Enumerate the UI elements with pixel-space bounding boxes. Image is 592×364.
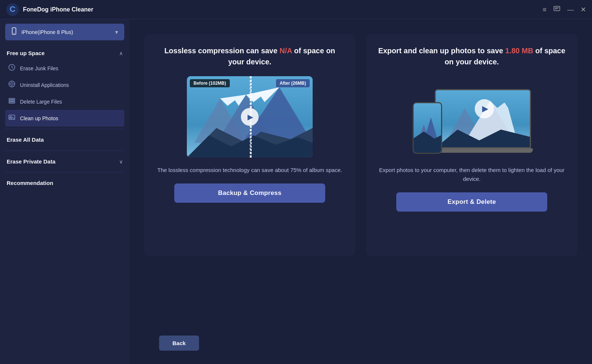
- sidebar-item-delete-large[interactable]: Delete Large Files: [5, 93, 124, 110]
- sidebar-item-label: Erase Junk Files: [20, 65, 58, 71]
- svg-rect-10: [9, 102, 15, 103]
- device-selector[interactable]: iPhone(iPhone 8 Plus) ▼: [5, 24, 124, 40]
- chat-icon[interactable]: [553, 5, 561, 14]
- cards-container: Lossless compression can save N/A of spa…: [144, 19, 577, 328]
- backup-compress-button[interactable]: Backup & Compress: [174, 183, 325, 203]
- phone-screen: [414, 103, 441, 153]
- device-chevron-icon: ▼: [114, 29, 119, 35]
- before-label: Before (102MB): [190, 79, 230, 87]
- erase-private-chevron-icon: ∨: [119, 159, 123, 165]
- phone: [413, 102, 442, 154]
- sidebar-item-label: Uninstall Applications: [20, 82, 69, 88]
- svg-rect-9: [9, 100, 15, 101]
- apps-icon: [8, 80, 16, 90]
- device-icon: [10, 27, 18, 37]
- svg-rect-2: [554, 6, 560, 11]
- export-headline-prefix: Export and clean up photos to save: [378, 47, 505, 55]
- play-button[interactable]: ▶: [241, 108, 259, 126]
- export-headline-highlight: 1.80 MB: [505, 47, 534, 55]
- erase-private-header[interactable]: Erase Private Data ∨: [5, 153, 124, 170]
- device-name: iPhone(iPhone 8 Plus): [21, 29, 110, 35]
- sidebar-item-label: Clean up Photos: [20, 115, 58, 121]
- compress-headline: Lossless compression can save N/A of spa…: [155, 45, 344, 67]
- sidebar-item-uninstall-apps[interactable]: Uninstall Applications: [5, 77, 124, 93]
- svg-point-7: [11, 83, 13, 85]
- laptop-screen-bg: [436, 90, 530, 147]
- sidebar-section-recommendation[interactable]: Recommendation: [0, 175, 130, 192]
- erase-private-title: Erase Private Data: [7, 158, 56, 165]
- compress-description: The lossless compression technology can …: [157, 166, 342, 175]
- compress-headline-prefix: Lossless compression can save: [164, 47, 279, 55]
- export-headline: Export and clean up photos to save 1.80 …: [377, 45, 566, 67]
- photo-icon: [8, 114, 16, 123]
- before-after-image: Before (102MB) After (26MB) ▶: [187, 76, 313, 158]
- app-logo: C: [6, 3, 19, 16]
- title-bar: C FoneDog iPhone Cleaner ≡ — ✕: [0, 0, 592, 19]
- svg-point-12: [10, 116, 11, 118]
- close-icon[interactable]: ✕: [581, 6, 586, 13]
- svg-point-6: [9, 81, 15, 87]
- recommendation-title: Recommendation: [7, 180, 53, 186]
- sidebar-section-erase-private: Erase Private Data ∨: [0, 153, 130, 170]
- laptop-play-button[interactable]: ▶: [475, 99, 494, 118]
- export-description: Export photos to your computer, then del…: [377, 166, 566, 183]
- svg-rect-8: [9, 98, 15, 100]
- export-card: Export and clean up photos to save 1.80 …: [366, 34, 577, 256]
- sidebar-section-erase-all[interactable]: Erase All Data: [0, 131, 130, 148]
- svg-point-4: [14, 33, 14, 34]
- export-delete-button[interactable]: Export & Delete: [396, 192, 547, 212]
- minimize-icon[interactable]: —: [567, 6, 574, 13]
- svg-rect-11: [9, 115, 15, 119]
- compress-headline-highlight: N/A: [279, 47, 292, 55]
- laptop-screen: [435, 89, 531, 148]
- sidebar-divider-1: [5, 129, 124, 129]
- back-button[interactable]: Back: [159, 336, 199, 351]
- device-illustration: ▶: [409, 76, 535, 158]
- sidebar-item-erase-junk[interactable]: Erase Junk Files: [5, 60, 124, 77]
- sidebar-divider-3: [5, 172, 124, 172]
- compress-card: Lossless compression can save N/A of spa…: [144, 34, 355, 256]
- free-space-chevron-icon: ∧: [119, 50, 123, 56]
- list-icon: [8, 97, 16, 106]
- clock-icon: [8, 64, 16, 73]
- erase-all-title: Erase All Data: [7, 136, 44, 143]
- app-title: FoneDog iPhone Cleaner: [23, 6, 542, 13]
- sidebar-divider-2: [5, 151, 124, 151]
- laptop-base: [433, 148, 533, 153]
- content-area: Lossless compression can save N/A of spa…: [130, 19, 592, 364]
- sidebar-item-label: Delete Large Files: [20, 99, 62, 105]
- laptop-play-icon: ▶: [482, 104, 488, 114]
- main-layout: iPhone(iPhone 8 Plus) ▼ Free up Space ∧ …: [0, 19, 592, 364]
- free-space-title: Free up Space: [7, 50, 45, 56]
- window-controls: ≡ — ✕: [542, 5, 586, 14]
- sidebar-item-clean-photos[interactable]: Clean up Photos: [5, 110, 124, 127]
- menu-icon[interactable]: ≡: [542, 6, 546, 13]
- svg-text:C: C: [10, 4, 16, 14]
- free-space-header[interactable]: Free up Space ∧: [5, 45, 124, 60]
- after-label: After (26MB): [276, 79, 310, 87]
- sidebar: iPhone(iPhone 8 Plus) ▼ Free up Space ∧ …: [0, 19, 130, 364]
- bottom-bar: Back: [144, 328, 577, 357]
- play-icon: ▶: [248, 112, 253, 121]
- sidebar-section-free-space: Free up Space ∧ Erase Junk Files: [0, 45, 130, 127]
